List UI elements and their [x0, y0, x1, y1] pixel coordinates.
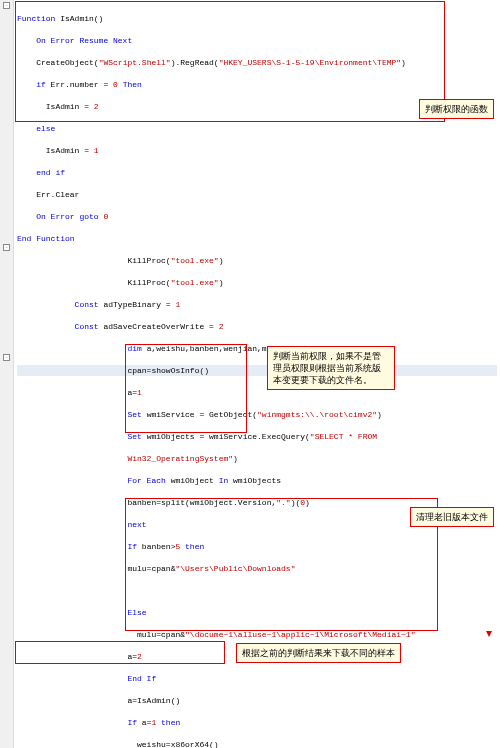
code: Err.Clear	[17, 190, 79, 199]
code: adTypeBinary =	[99, 300, 176, 309]
code: weishu=x86orX64()	[17, 740, 219, 748]
code: adSaveCreateOverWrite =	[99, 322, 219, 331]
callout-cleanup: 清理老旧版本文件	[410, 507, 494, 527]
code: a=	[17, 652, 137, 661]
kw: Const	[17, 322, 99, 331]
num: 1	[175, 300, 180, 309]
str: "."	[276, 498, 290, 507]
code: Err.number =	[46, 80, 113, 89]
code: banben>	[137, 542, 175, 551]
fold-marker[interactable]: -	[3, 244, 10, 251]
kw: End Function	[17, 234, 75, 243]
code: CreateObject(	[17, 58, 99, 67]
code: banben=split(wmiObject.Version,	[17, 498, 276, 507]
code: wmiObjects = wmiService.ExecQuery(	[142, 432, 310, 441]
kw: next	[17, 520, 147, 529]
code: ).RegRead(	[171, 58, 219, 67]
code: )	[305, 498, 310, 507]
kw: else	[17, 124, 55, 133]
num: 2	[94, 102, 99, 111]
code: )	[219, 278, 224, 287]
kw: Set	[17, 432, 142, 441]
kw: Set	[17, 410, 142, 419]
str: "SELECT * FROM	[310, 432, 382, 441]
kw: Else	[17, 608, 147, 617]
str: "HKEY_USERS\S-1-5-19\Environment\TEMP"	[219, 58, 401, 67]
num: 1	[137, 388, 142, 397]
callout-download: 根据之前的判断结果来下载不同的样本	[236, 643, 401, 663]
code: IsAdmin()	[55, 14, 103, 23]
kw: then	[180, 542, 204, 551]
num: 1	[94, 146, 99, 155]
code: wmiObject	[166, 476, 219, 485]
kw: In	[219, 476, 229, 485]
callout-permission-check: 判断当前权限，如果不是管理员权限则根据当前系统版本变更要下载的文件名。	[267, 346, 395, 390]
kw: end if	[17, 168, 65, 177]
code: a=	[137, 718, 151, 727]
code: mulu=cpan&	[17, 564, 175, 573]
kw: On Error Resume Next	[17, 36, 132, 45]
num: 0	[103, 212, 108, 221]
str: "tool.exe"	[171, 278, 219, 287]
code: wmiService = GetObject(	[142, 410, 257, 419]
kw: For Each	[17, 476, 166, 485]
code: wmiObjects	[228, 476, 281, 485]
code: KillProc(	[17, 278, 171, 287]
kw: Then	[118, 80, 142, 89]
code: )(	[291, 498, 301, 507]
fold-marker[interactable]: -	[3, 2, 10, 9]
code: a=	[17, 388, 137, 397]
callout-permission-function: 判断权限的函数	[419, 99, 494, 119]
code: a=IsAdmin()	[17, 696, 180, 705]
kw: End If	[17, 674, 156, 683]
kw: if	[17, 80, 46, 89]
arrow-down-icon	[486, 631, 492, 637]
code: )	[233, 454, 238, 463]
kw: Function	[17, 14, 55, 23]
str: "winmgmts:\\.\root\cimv2"	[257, 410, 377, 419]
kw: then	[156, 718, 180, 727]
fold-marker[interactable]: -	[3, 354, 10, 361]
code: cpan=showOsInfo()	[17, 366, 209, 375]
code: mulu=cpan&	[17, 630, 185, 639]
str: "WScript.Shell"	[99, 58, 171, 67]
code: KillProc(	[17, 256, 171, 265]
kw: On Error goto	[17, 212, 103, 221]
code: IsAdmin =	[17, 102, 94, 111]
gutter	[0, 0, 14, 748]
kw: dim	[17, 344, 142, 353]
kw: Const	[17, 300, 99, 309]
kw: If	[17, 718, 137, 727]
code: )	[401, 58, 406, 67]
str: "tool.exe"	[171, 256, 219, 265]
str: "\docume~1\alluse~1\applic~1\Microsoft\M…	[185, 630, 415, 639]
num: 2	[137, 652, 142, 661]
code: IsAdmin =	[17, 146, 94, 155]
code: )	[377, 410, 382, 419]
code: )	[219, 256, 224, 265]
kw: If	[17, 542, 137, 551]
str: Win32_OperatingSystem"	[17, 454, 233, 463]
num: 2	[219, 322, 224, 331]
str: "\Users\Public\Downloads"	[175, 564, 295, 573]
